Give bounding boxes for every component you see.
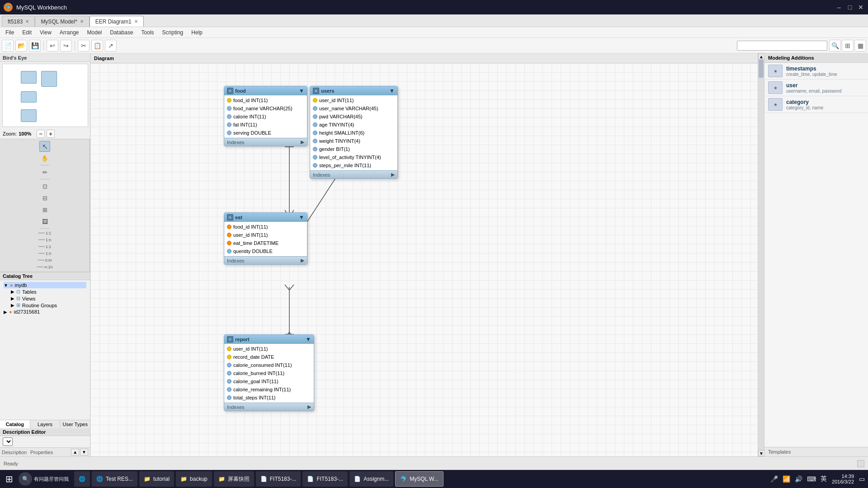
rel-n-m[interactable]: ── n:m [37,257,52,263]
image-tool[interactable]: 🖼 [39,216,50,227]
export-button[interactable]: ↗ [105,40,117,52]
eat-table[interactable]: ≡ eat ▼ food_id INT(11) user_id INT(11) [224,212,307,265]
search-button[interactable]: 🔍 [829,40,841,52]
svg-line-7 [307,176,337,221]
tab-diagram-close[interactable]: ✕ [134,19,138,24]
report-table-footer[interactable]: Indexes ▶ [224,403,314,411]
taskbar-app-screenshot[interactable]: 📁 屏幕快照 [214,471,254,487]
rel-1-nb[interactable]: ── 1:n [38,250,52,256]
menu-edit[interactable]: Edit [19,28,35,37]
menu-help[interactable]: Help [188,28,206,37]
food-table-footer[interactable]: Indexes ▶ [224,138,307,146]
food-table[interactable]: ≡ food ▼ food_id INT(11) food_name VARCH… [224,86,307,146]
v-scrollbar[interactable]: ▲ ▼ [758,53,764,456]
open-button[interactable]: 📂 [15,40,27,52]
users-table-footer[interactable]: Indexes ▶ [310,170,397,178]
report-table-expand[interactable]: ▼ [306,336,311,343]
select-tool[interactable]: ↖ [39,141,50,152]
undo-button[interactable]: ↩ [47,40,58,52]
rel-1-1[interactable]: ── 1:1 [38,230,52,236]
taskbar-app-ie[interactable]: 🌐 [74,471,90,487]
scroll-thumb[interactable] [759,60,764,78]
addition-timestamps[interactable]: ★ timestamps create_time, update_time [764,63,868,80]
zoom-label: Zoom: [3,131,17,136]
food-table-expand[interactable]: ▼ [299,88,304,94]
tree-mydb[interactable]: ▼ ● mydb [4,282,86,288]
grid-button[interactable]: ⊞ [842,40,854,52]
diagram-header: Diagram [90,53,758,63]
taskbar-app-test[interactable]: 🌐 Test RES... [92,471,137,487]
minimize-button[interactable]: – [835,4,843,11]
tree-secondary[interactable]: ▶ ● id27315681 [4,309,86,315]
menu-arrange[interactable]: Arrange [56,28,83,37]
nav-up-button[interactable]: ▲ [71,449,79,455]
addition-category[interactable]: ★ category category_id, name [764,96,868,113]
reg-r1 [227,363,231,367]
start-button[interactable]: ⊞ [2,474,17,484]
users-table-expand[interactable]: ▼ [389,88,395,94]
menu-tools[interactable]: Tools [138,28,158,37]
report-indexes-expand[interactable]: ▶ [307,404,311,410]
taskbar-app-tutorial[interactable]: 📁 tutorial [139,471,174,487]
props-label: Properties [30,450,53,455]
report-table[interactable]: ≡ report ▼ user_id INT(11) record_date D… [224,334,314,411]
sidebar-tab-usertypes[interactable]: User Types [60,420,90,428]
maximize-button[interactable]: □ [846,4,854,11]
eat-indexes-expand[interactable]: ▶ [301,258,304,263]
food-field-serving-label: serving DOUBLE [233,130,271,136]
taskbar-app-assign[interactable]: 📄 Assignm... [349,471,393,487]
desc-editor-dropdown[interactable] [3,437,13,446]
layout-button[interactable]: ▦ [854,40,866,52]
save-button[interactable]: 💾 [29,40,41,52]
nav-down-button[interactable]: ▼ [80,449,88,455]
cut-button[interactable]: ✂ [78,40,90,52]
menu-view[interactable]: View [36,28,55,37]
rel-inf-1n[interactable]: ── ∞:1n [36,264,53,270]
tab-diagram[interactable]: EER Diagram1 ✕ [90,16,144,27]
table-tool[interactable]: ⊡ [39,181,50,192]
eat-table-expand[interactable]: ▼ [299,214,304,221]
tree-views[interactable]: ▶ ⊟ Views [11,295,86,302]
diagram-canvas[interactable]: ≡ food ▼ food_id INT(11) food_name VARCH… [90,63,758,456]
food-indexes-expand[interactable]: ▶ [301,139,304,145]
sidebar-tab-layers[interactable]: Layers [30,420,61,428]
new-button[interactable]: 📄 [2,40,14,52]
tab-model[interactable]: MySQL Model* ✕ [35,16,89,27]
tree-routines[interactable]: ▶ ⊞ Routine Groups [11,302,86,309]
search-input[interactable] [737,41,827,51]
view-tool[interactable]: ⊟ [39,192,50,203]
hand-tool[interactable]: ✋ [39,153,50,164]
menu-scripting[interactable]: Scripting [159,28,187,37]
tab-model-close[interactable]: ✕ [80,19,84,24]
addition-user[interactable]: ★ user username, email, password [764,80,868,96]
zoom-in-button[interactable]: + [47,130,55,138]
rel-1-1b[interactable]: ── 1:1 [38,244,52,249]
tab-home[interactable]: ft5183 ✕ [2,16,35,27]
menu-file[interactable]: File [2,28,18,37]
tab-home-close[interactable]: ✕ [25,19,29,24]
taskbar-ie-icon: 🌐 [79,476,85,482]
taskbar-app-fit2[interactable]: 📄 FIT5183-... [302,471,348,487]
search-circle[interactable]: 🔍 [19,472,32,486]
eat-table-footer[interactable]: Indexes ▶ [224,256,307,264]
scroll-down-arrow[interactable]: ▼ [758,450,764,456]
sidebar-tab-catalog[interactable]: Catalog [0,420,30,428]
taskbar-app-backup[interactable]: 📁 backup [176,471,212,487]
users-table[interactable]: ≡ users ▼ user_id INT(11) user_name VARC… [310,86,398,179]
menu-database[interactable]: Database [106,28,137,37]
tree-tables[interactable]: ▶ ⊡ Tables [11,288,86,295]
scroll-up-arrow[interactable]: ▲ [758,53,764,60]
taskbar-show-desktop[interactable]: ▭ [858,475,866,483]
copy-button[interactable]: 📋 [91,40,103,52]
taskbar-app-mysql[interactable]: 🐬 MySQL W... [395,471,443,487]
eraser-tool[interactable]: ✏ [39,167,50,178]
zoom-out-button[interactable]: − [37,130,45,138]
tree-tables-label: Tables [22,289,37,295]
taskbar-app-fit1[interactable]: 📄 FIT5183-... [256,471,301,487]
users-indexes-expand[interactable]: ▶ [391,172,395,178]
redo-button[interactable]: ↪ [60,40,72,52]
rel-1-n[interactable]: ── 1:n [38,237,52,243]
menu-model[interactable]: Model [84,28,106,37]
close-button[interactable]: ✕ [857,4,864,11]
routine-tool[interactable]: ⊞ [39,204,50,215]
